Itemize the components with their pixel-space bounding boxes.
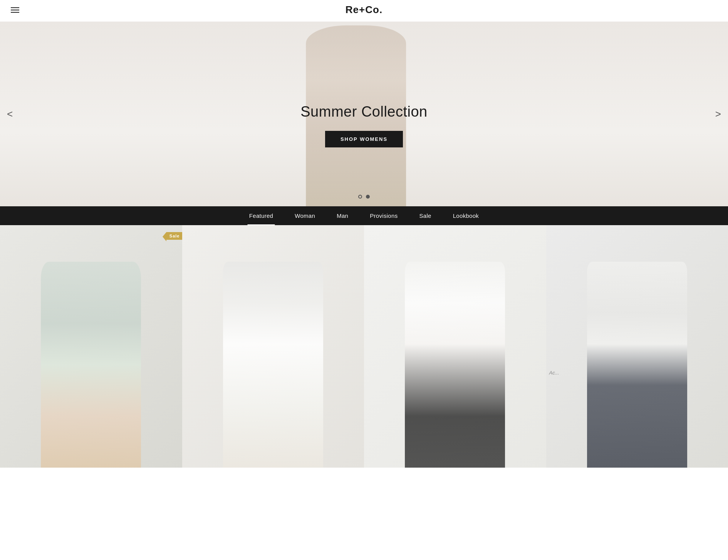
nav-item-provisions[interactable]: Provisions — [359, 206, 408, 225]
carousel-next-button[interactable]: > — [708, 104, 728, 124]
sale-badge: Sale — [166, 232, 182, 240]
menu-icon[interactable] — [11, 7, 19, 13]
product-overlay-text: Ac... — [549, 370, 559, 376]
product-image-4 — [546, 225, 728, 468]
product-card-3[interactable] — [364, 225, 546, 468]
search-button[interactable] — [704, 5, 707, 14]
hero-title: Summer Collection — [300, 104, 428, 120]
product-silhouette-1 — [41, 262, 141, 468]
nav-item-man[interactable]: Man — [326, 206, 359, 225]
product-image-1 — [0, 225, 182, 468]
nav-item-lookbook[interactable]: Lookbook — [442, 206, 490, 225]
cart-button[interactable] — [714, 5, 717, 14]
site-header: Re+Co. — [0, 0, 728, 20]
hero-carousel: < Summer Collection SHOP WOMENS > — [0, 22, 728, 206]
products-grid: Sale Ac... — [0, 225, 728, 468]
carousel-dot-1[interactable] — [358, 195, 362, 199]
product-image-3 — [364, 225, 546, 468]
product-silhouette-4 — [587, 262, 687, 468]
nav-item-sale[interactable]: Sale — [408, 206, 442, 225]
product-card-1[interactable]: Sale — [0, 225, 182, 468]
carousel-dots — [358, 195, 370, 199]
header-left — [11, 7, 19, 13]
product-image-2 — [182, 225, 364, 468]
main-navigation: Featured Woman Man Provisions Sale Lookb… — [0, 206, 728, 225]
nav-item-woman[interactable]: Woman — [284, 206, 326, 225]
nav-item-featured[interactable]: Featured — [238, 206, 284, 225]
product-silhouette-3 — [405, 262, 505, 468]
hero-cta-button[interactable]: SHOP WOMENS — [325, 131, 403, 147]
header-right — [704, 5, 717, 14]
product-silhouette-2 — [223, 262, 323, 468]
carousel-dot-2[interactable] — [366, 195, 370, 199]
site-logo[interactable]: Re+Co. — [346, 4, 382, 16]
hero-content: Summer Collection SHOP WOMENS — [300, 104, 428, 147]
carousel-prev-button[interactable]: < — [0, 104, 20, 124]
product-card-2[interactable] — [182, 225, 364, 468]
product-card-4[interactable]: Ac... — [546, 225, 728, 468]
